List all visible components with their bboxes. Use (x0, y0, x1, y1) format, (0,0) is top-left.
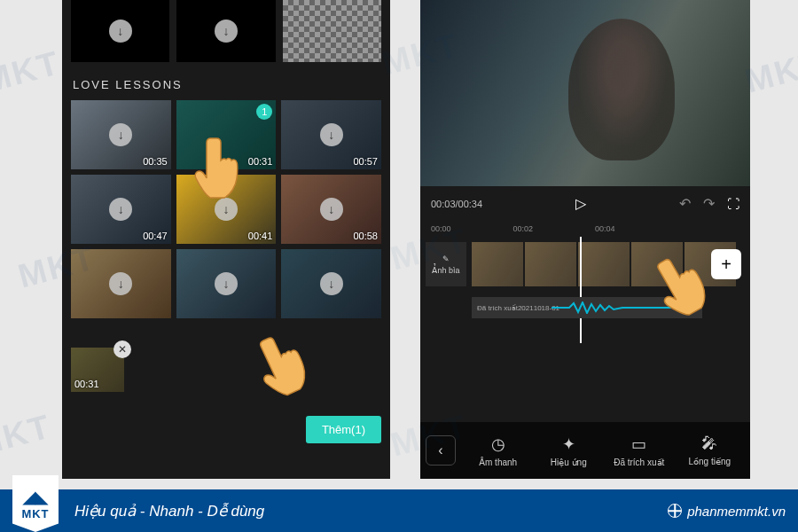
download-icon: ↓ (320, 123, 343, 146)
tab-label: Lồng tiếng (688, 457, 731, 466)
time-display: 00:03/00:34 (431, 199, 482, 209)
clip-duration: 00:31 (74, 379, 99, 389)
logo-icon: ◢◣ (23, 488, 48, 507)
tab-label: Âm thanh (479, 458, 517, 467)
clip-duration: 00:47 (143, 231, 168, 241)
ruler-tick: 00:04 (595, 224, 615, 233)
play-button[interactable]: ▷ (482, 195, 679, 212)
fullscreen-button[interactable]: ⛶ (727, 197, 739, 211)
logo-badge: ◢◣ MKT (12, 475, 59, 532)
template-thumb[interactable]: ↓ (71, 0, 169, 62)
clip-thumb[interactable]: ↓ (71, 249, 171, 318)
audio-clip-label: Đã trích xuất20211018-01 (477, 304, 559, 312)
phone-editor: 00:03/00:34 ▷ ↶ ↷ ⛶ 00:00 00:02 00:04 ✎ … (420, 0, 750, 479)
playhead[interactable] (580, 237, 582, 343)
ruler-tick: 00:02 (513, 224, 534, 233)
playback-controls: 00:03/00:34 ▷ ↶ ↷ ⛶ (420, 186, 750, 221)
watermark: MKT (0, 407, 55, 464)
video-track[interactable] (472, 242, 736, 286)
clip-thumb[interactable]: ↓ 00:57 (281, 100, 381, 169)
mic-icon: 🎤︎ (701, 434, 717, 453)
timeline[interactable]: ✎ Ảnh bìa + Đã trích xuất20211018-01 (420, 237, 750, 352)
effect-icon: ✦ (562, 434, 575, 454)
clip-duration: 00:35 (143, 156, 168, 167)
logo-text: MKT (21, 507, 49, 520)
audio-icon: ◷ (491, 434, 505, 454)
download-icon: ↓ (215, 198, 238, 221)
redo-button[interactable]: ↷ (703, 195, 715, 212)
download-icon: ↓ (320, 272, 343, 295)
download-icon: ↓ (215, 20, 238, 43)
top-thumb-row: ↓ ↓ (62, 0, 390, 62)
timeline-clip[interactable] (472, 242, 523, 286)
selection-badge: 1 (256, 104, 272, 120)
timeline-clip[interactable] (631, 242, 683, 286)
clip-thumb[interactable]: ↓ (281, 249, 381, 318)
download-icon: ↓ (109, 198, 132, 221)
clip-duration: 00:31 (248, 156, 273, 167)
tagline: Hiệu quả - Nhanh - Dễ dùng (74, 502, 264, 520)
section-title: LOVE LESSONS (62, 62, 390, 100)
clip-thumb[interactable]: ↓ 00:58 (281, 175, 381, 244)
preview-content (568, 19, 675, 160)
site-link[interactable]: phanmemmkt.vn (668, 504, 786, 519)
ruler-tick: 00:00 (431, 224, 451, 233)
add-clip-button[interactable]: + (711, 249, 741, 279)
waveform-icon (552, 301, 693, 314)
clip-thumb[interactable]: ↓ 00:47 (71, 175, 171, 244)
back-button[interactable]: ‹ (426, 435, 456, 466)
tab-voiceover[interactable]: 🎤︎ Lồng tiếng (675, 434, 746, 466)
clip-thumb[interactable]: ↓ (176, 249, 277, 318)
clip-duration: 00:41 (248, 231, 273, 241)
phone-gallery: ↓ ↓ LOVE LESSONS ↓ 00:35 1 00:31 ↓ 00:57… (62, 0, 390, 479)
download-icon: ↓ (215, 272, 238, 295)
add-button[interactable]: Thêm(1) (306, 416, 381, 443)
selected-clip-preview[interactable]: ✕ 00:31 (71, 348, 124, 392)
undo-button[interactable]: ↶ (679, 195, 691, 212)
timeline-clip[interactable] (525, 242, 576, 286)
edit-icon: ✎ (442, 254, 450, 263)
download-icon: ↓ (109, 272, 132, 295)
video-preview[interactable] (420, 0, 750, 186)
clip-thumb[interactable]: ↓ 00:35 (71, 100, 171, 169)
template-thumb-transparent[interactable] (283, 0, 381, 62)
cover-label: Ảnh bìa (432, 266, 459, 275)
clip-thumb-selected[interactable]: 1 00:31 (176, 100, 277, 169)
remove-icon[interactable]: ✕ (113, 340, 131, 358)
tab-effect[interactable]: ✦ Hiệu ứng (534, 434, 605, 467)
globe-icon (668, 504, 682, 518)
tab-label: Đã trích xuất (614, 458, 664, 467)
clip-thumb[interactable]: ↓ 00:41 (176, 175, 277, 244)
footer-bar: ◢◣ MKT Hiệu quả - Nhanh - Dễ dùng phanme… (0, 489, 798, 532)
download-icon: ↓ (109, 123, 132, 146)
tab-extracted[interactable]: ▭ Đã trích xuất (604, 434, 675, 467)
site-url: phanmemmkt.vn (687, 504, 786, 519)
folder-icon: ▭ (631, 434, 646, 454)
tab-audio[interactable]: ◷ Âm thanh (463, 434, 534, 467)
editor-bottom-bar: ‹ ◷ Âm thanh ✦ Hiệu ứng ▭ Đã trích xuất … (420, 422, 750, 479)
timeline-ruler: 00:00 00:02 00:04 (420, 221, 750, 237)
clip-grid: ↓ 00:35 1 00:31 ↓ 00:57 ↓ 00:47 ↓ 00:41 … (62, 100, 390, 318)
audio-track[interactable]: Đã trích xuất20211018-01 (472, 297, 702, 318)
download-icon: ↓ (109, 20, 132, 43)
clip-duration: 00:57 (353, 156, 378, 167)
cover-button[interactable]: ✎ Ảnh bìa (426, 242, 466, 286)
watermark: MKT (0, 43, 64, 100)
clip-duration: 00:58 (353, 231, 378, 241)
template-thumb[interactable]: ↓ (176, 0, 275, 62)
download-icon: ↓ (320, 198, 343, 221)
tab-label: Hiệu ứng (551, 458, 587, 467)
timeline-clip[interactable] (578, 242, 630, 286)
